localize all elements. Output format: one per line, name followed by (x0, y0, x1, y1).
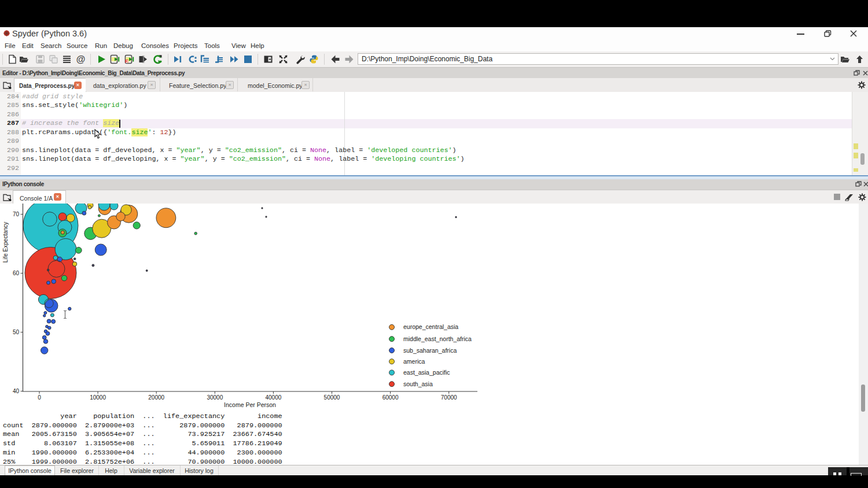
svg-text:20000: 20000 (148, 394, 164, 401)
svg-text:america: america (403, 358, 425, 365)
svg-text:10000: 10000 (90, 394, 106, 401)
svg-text:70: 70 (13, 211, 20, 217)
svg-text:south_asia: south_asia (403, 380, 433, 387)
svg-text:middle_east_north_africa: middle_east_north_africa (403, 335, 472, 342)
svg-text:50: 50 (13, 329, 20, 335)
svg-text:Life Expectancy: Life Expectancy (2, 222, 9, 263)
svg-text:Income Per Person: Income Per Person (224, 401, 276, 408)
svg-text:60: 60 (13, 270, 20, 276)
svg-text:sub_saharan_africa: sub_saharan_africa (403, 347, 457, 354)
svg-text:europe_central_asia: europe_central_asia (403, 323, 458, 330)
svg-text:60000: 60000 (382, 394, 399, 401)
svg-text:2: 2 (126, 59, 129, 64)
svg-text:0: 0 (38, 394, 41, 401)
svg-text:40000: 40000 (265, 394, 281, 401)
svg-text:40: 40 (13, 388, 20, 394)
svg-text:east_asia_pacific: east_asia_pacific (403, 369, 450, 376)
svg-text:70000: 70000 (441, 394, 457, 401)
svg-text:30000: 30000 (207, 394, 223, 401)
svg-text:50000: 50000 (324, 394, 340, 401)
